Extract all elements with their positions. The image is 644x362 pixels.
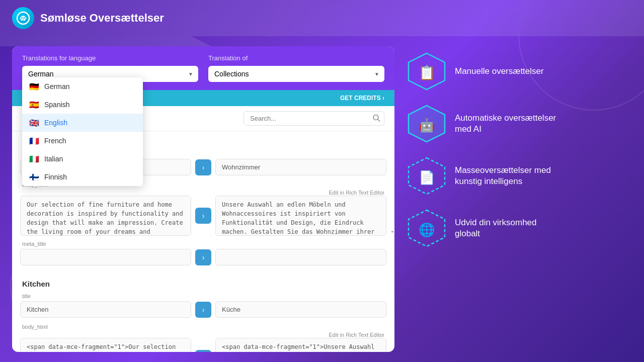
manual-feature-text: Manuelle oversættelser	[455, 66, 544, 77]
living-room-body-target[interactable]: Unsere Auswahl an edlen Möbeln und Wohna…	[215, 196, 386, 236]
bulk-feature-text: Masseoversættelser medkunstig intelligen…	[455, 165, 551, 187]
ai-feature-text: Automatiske oversættelsermed AI	[455, 113, 556, 135]
living-room-meta-target[interactable]	[215, 249, 386, 265]
main-content: Translations for language German Spanish…	[0, 36, 644, 362]
language-dropdown: 🇩🇪 German 🇪🇸 Spanish 🇬🇧 English 🇫🇷 Frenc…	[22, 77, 143, 186]
panel-header: Translations for language German Spanish…	[12, 46, 394, 90]
edit-rich-text-label: Edit in Rich Text Editor	[20, 190, 386, 196]
kitchen-body-target[interactable]: <span data-mce-fragment="1">Unsere Auswa…	[215, 338, 386, 352]
svg-text:📄: 📄	[419, 169, 435, 186]
dropdown-item-finnish[interactable]: 🇫🇮 Finnish	[22, 168, 143, 186]
translate-meta-button[interactable]: ›	[195, 249, 211, 265]
feature-ai: 🤖 Automatiske oversættelsermed AI	[407, 104, 632, 144]
get-credits-button[interactable]: GET CREDITS ›	[340, 95, 384, 102]
living-room-meta-source[interactable]	[20, 249, 191, 265]
dropdown-item-german[interactable]: 🇩🇪 German	[22, 77, 143, 96]
manual-hex: 📋	[407, 51, 447, 92]
meta-title-field-label: meta_title	[20, 238, 386, 249]
living-room-title-target[interactable]	[215, 159, 386, 175]
logo-icon: A	[12, 7, 34, 29]
english-label: English	[44, 119, 67, 127]
global-hex-svg: 🌐	[407, 208, 447, 248]
svg-text:A: A	[21, 15, 26, 22]
italian-flag-icon: 🇮🇹	[29, 155, 39, 162]
spanish-flag-icon: 🇪🇸	[29, 101, 39, 108]
living-room-meta-row: ›	[20, 249, 386, 265]
translate-body-button[interactable]: ›	[195, 208, 211, 224]
collection-label: Translation of	[208, 54, 384, 62]
living-room-body-row: Our selection of fine furniture and home…	[20, 196, 386, 236]
kitchen-section: Kitchen title › body_html Edit in Rich T…	[20, 274, 386, 352]
french-flag-icon: 🇫🇷	[29, 137, 39, 144]
feature-bulk: 📄 Masseoversættelser medkunstig intellig…	[407, 156, 632, 196]
language-section: Translations for language German Spanish…	[22, 54, 198, 82]
svg-line-3	[378, 119, 380, 121]
dropdown-item-spanish[interactable]: 🇪🇸 Spanish	[22, 96, 143, 114]
italian-label: Italian	[44, 155, 63, 163]
language-label: Translations for language	[22, 54, 198, 62]
connector-line	[391, 231, 394, 232]
global-hex: 🌐	[407, 208, 447, 248]
spanish-label: Spanish	[44, 101, 70, 109]
search-input[interactable]	[244, 111, 384, 126]
svg-text:🤖: 🤖	[419, 117, 435, 133]
kitchen-title-target[interactable]	[215, 301, 386, 318]
logo-container: A Sømløse Oversættelser	[12, 7, 164, 29]
english-flag-icon: 🇬🇧	[29, 119, 39, 126]
living-room-body-source[interactable]: Our selection of fine furniture and home…	[20, 196, 191, 236]
kitchen-title-label: title	[20, 290, 386, 301]
app-header: A Sømløse Oversættelser	[0, 0, 644, 36]
global-feature-text: Udvid din virksomhedglobalt	[455, 217, 537, 239]
header-triangle	[0, 36, 226, 46]
kitchen-title: Kitchen	[20, 274, 386, 290]
kitchen-body-row: <span data-mce-fragment="1">Our selectio…	[20, 338, 386, 352]
kitchen-edit-rich-label: Edit in Rich Text Editor	[20, 332, 386, 338]
ai-hex: 🤖	[407, 104, 447, 144]
french-label: French	[44, 137, 66, 145]
kitchen-title-source[interactable]	[20, 301, 191, 318]
kitchen-body-source[interactable]: <span data-mce-fragment="1">Our selectio…	[20, 338, 191, 352]
svg-text:🌐: 🌐	[419, 222, 435, 238]
collection-select[interactable]: Collections	[208, 66, 384, 82]
kitchen-body-label: body_html	[20, 321, 386, 332]
ai-hex-svg: 🤖	[407, 104, 447, 144]
feature-manual: 📋 Manuelle oversættelser	[407, 51, 632, 92]
finnish-flag-icon: 🇫🇮	[29, 173, 39, 180]
manual-hex-svg: 📋	[407, 51, 447, 92]
translation-panel: Translations for language German Spanish…	[12, 46, 394, 352]
translate-kitchen-title-button[interactable]: ›	[195, 302, 211, 318]
svg-text:📋: 📋	[418, 64, 436, 81]
dropdown-item-english[interactable]: 🇬🇧 English	[22, 114, 143, 132]
features-panel: 📋 Manuelle oversættelser 🤖 Automatiske o…	[407, 46, 632, 352]
dropdown-item-french[interactable]: 🇫🇷 French	[22, 132, 143, 150]
german-flag-icon: 🇩🇪	[29, 83, 39, 90]
search-button[interactable]	[372, 114, 380, 123]
collection-section: Translation of Collections	[208, 54, 384, 82]
bulk-hex: 📄	[407, 156, 447, 196]
kitchen-title-row: ›	[20, 301, 386, 318]
app-title: Sømløse Oversættelser	[40, 12, 164, 25]
dropdown-item-italian[interactable]: 🇮🇹 Italian	[22, 150, 143, 168]
collection-select-wrapper: Collections	[208, 66, 384, 82]
translate-title-button[interactable]: ›	[195, 159, 211, 175]
finnish-label: Finnish	[44, 173, 67, 181]
search-wrapper	[244, 111, 384, 126]
german-label: German	[44, 82, 70, 90]
translate-kitchen-body-button[interactable]: ›	[195, 350, 211, 352]
feature-global: 🌐 Udvid din virksomhedglobalt	[407, 208, 632, 248]
bulk-hex-svg: 📄	[407, 156, 447, 196]
